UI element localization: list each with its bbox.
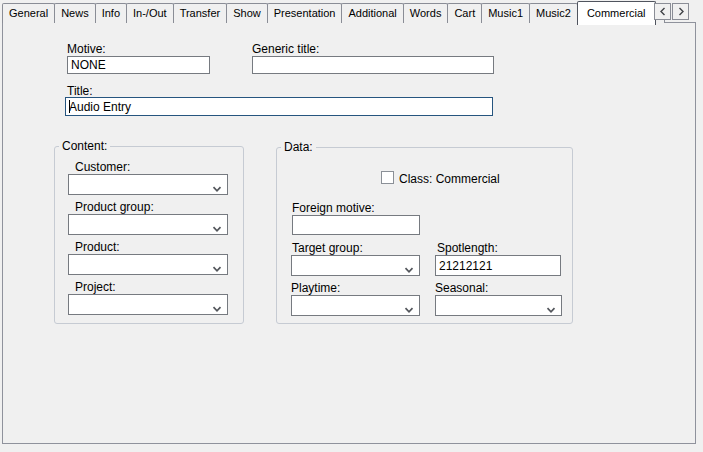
- customer-dropdown[interactable]: [68, 174, 228, 195]
- tab-commercial[interactable]: Commercial: [577, 1, 656, 25]
- target-group-dropdown[interactable]: [291, 255, 420, 276]
- content-groupbox: Content: Customer: Product group: Produc…: [54, 146, 244, 324]
- spotlength-label: Spotlength:: [437, 241, 498, 255]
- data-group-legend: Data:: [281, 140, 316, 154]
- chevron-down-icon: [212, 302, 222, 309]
- tab-in-out[interactable]: In-/Out: [126, 3, 174, 23]
- class-commercial-label: Class: Commercial: [399, 172, 500, 186]
- foreign-motive-input[interactable]: [292, 215, 420, 235]
- tab-info[interactable]: Info: [95, 3, 127, 23]
- content-group-legend: Content:: [59, 139, 110, 153]
- tab-music2[interactable]: Music2: [529, 3, 578, 23]
- tab-show[interactable]: Show: [226, 3, 268, 23]
- playtime-dropdown[interactable]: [291, 295, 420, 316]
- tab-scroll-left-button[interactable]: [654, 3, 671, 20]
- tab-general[interactable]: General: [2, 3, 55, 23]
- tab-additional[interactable]: Additional: [341, 3, 403, 23]
- project-label: Project:: [75, 280, 116, 294]
- class-commercial-checkbox[interactable]: [381, 171, 394, 184]
- chevron-down-icon: [212, 182, 222, 189]
- tab-presentation[interactable]: Presentation: [267, 3, 343, 23]
- product-group-label: Product group:: [75, 200, 154, 214]
- product-label: Product:: [75, 240, 120, 254]
- product-group-dropdown[interactable]: [68, 214, 228, 235]
- commercial-tab-page: Motive: Generic title: Title: Content: C…: [2, 22, 696, 444]
- tab-scroll-right-button[interactable]: [672, 3, 689, 20]
- motive-label: Motive:: [67, 42, 106, 56]
- chevron-right-icon: [677, 7, 685, 16]
- tab-words[interactable]: Words: [403, 3, 449, 23]
- spotlength-input[interactable]: [435, 255, 561, 276]
- playtime-label: Playtime:: [291, 281, 340, 295]
- motive-input[interactable]: [67, 56, 210, 74]
- generic-title-input[interactable]: [252, 56, 494, 74]
- title-input[interactable]: [65, 97, 493, 116]
- chevron-down-icon: [546, 303, 556, 310]
- tab-news[interactable]: News: [54, 3, 96, 23]
- generic-title-label: Generic title:: [252, 42, 319, 56]
- project-dropdown[interactable]: [68, 294, 228, 315]
- product-dropdown[interactable]: [68, 254, 228, 275]
- chevron-left-icon: [659, 7, 667, 16]
- chevron-down-icon: [404, 303, 414, 310]
- title-label: Title:: [67, 84, 93, 98]
- tab-music1[interactable]: Music1: [481, 3, 530, 23]
- tab-bar: General News Info In-/Out Transfer Show …: [2, 0, 703, 24]
- customer-label: Customer:: [75, 160, 130, 174]
- seasonal-dropdown[interactable]: [435, 295, 562, 316]
- chevron-down-icon: [212, 222, 222, 229]
- chevron-down-icon: [212, 262, 222, 269]
- foreign-motive-label: Foreign motive:: [292, 201, 375, 215]
- seasonal-label: Seasonal:: [435, 281, 488, 295]
- target-group-label: Target group:: [292, 241, 363, 255]
- tab-transfer[interactable]: Transfer: [173, 3, 228, 23]
- data-groupbox: Data: Class: Commercial Foreign motive: …: [276, 147, 573, 324]
- chevron-down-icon: [404, 263, 414, 270]
- text-caret: [69, 100, 70, 113]
- tab-cart[interactable]: Cart: [447, 3, 482, 23]
